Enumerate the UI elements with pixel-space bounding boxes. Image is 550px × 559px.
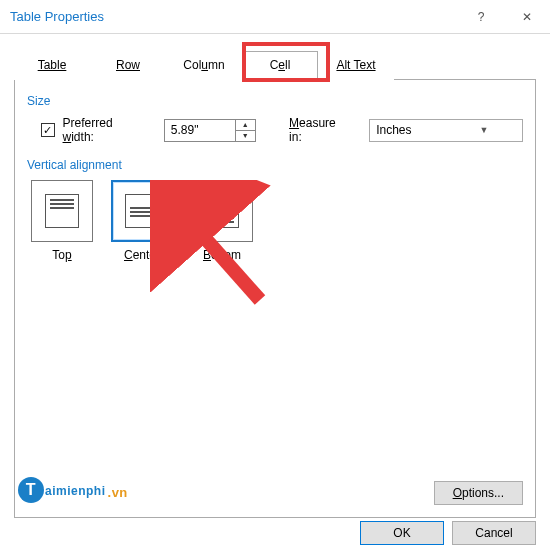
tab-column[interactable]: Column [166,51,242,80]
spinner-up-icon[interactable]: ▲ [236,120,255,131]
valign-center-label: Center [111,248,173,262]
tab-strip: Table Row Column Cell Alt Text [14,50,536,80]
ok-button[interactable]: OK [360,521,444,545]
spinner-down-icon[interactable]: ▼ [236,131,255,141]
valign-bottom[interactable]: Bottom [191,180,253,262]
measure-in-value: Inches [370,123,446,137]
help-button[interactable]: ? [458,0,504,34]
tab-table-label: Table [38,58,67,72]
watermark: Taimienphi.vn [18,477,128,503]
preferred-width-spinner[interactable]: ▲ ▼ [164,119,256,142]
tab-cell[interactable]: Cell [242,51,318,80]
titlebar: Table Properties ? ✕ [0,0,550,34]
tab-cell-label: Cell [270,58,291,72]
tab-pane-cell: Size ✓ Preferred width: ▲ ▼ Measure in: … [14,80,536,518]
spinner-arrows[interactable]: ▲ ▼ [235,120,255,141]
preferred-width-input[interactable] [165,120,235,141]
valign-top-icon [45,194,79,228]
tab-row[interactable]: Row [90,51,166,80]
watermark-logo-icon: T [18,477,44,503]
preferred-width-label: Preferred width: [63,116,144,144]
tab-column-label: Column [183,58,224,72]
cancel-button[interactable]: Cancel [452,521,536,545]
tab-table[interactable]: Table [14,51,90,80]
measure-in-label: Measure in: [289,116,349,144]
valign-bottom-icon [205,194,239,228]
valign-top-label: Top [31,248,93,262]
measure-in-combo[interactable]: Inches ▼ [369,119,523,142]
tab-row-label: Row [116,58,140,72]
watermark-text: aimienphi [45,484,106,498]
preferred-width-row: ✓ Preferred width: ▲ ▼ Measure in: Inche… [41,116,523,144]
close-button[interactable]: ✕ [504,0,550,34]
dialog-footer: OK Cancel [14,521,536,545]
watermark-suffix: .vn [108,485,128,500]
chevron-down-icon: ▼ [446,125,522,135]
preferred-width-checkbox[interactable]: ✓ [41,123,55,137]
tab-alttext-label: Alt Text [336,58,375,72]
valign-center[interactable]: Center [111,180,173,262]
size-section-label: Size [27,94,523,108]
tab-alttext[interactable]: Alt Text [318,51,394,80]
options-button[interactable]: Options... [434,481,523,505]
valign-section-label: Vertical alignment [27,158,523,172]
dialog-content: Table Row Column Cell Alt Text Size ✓ Pr… [0,34,550,532]
valign-bottom-label: Bottom [191,248,253,262]
valign-center-icon [125,194,159,228]
valign-row: Top Center Bottom [31,180,523,262]
valign-top[interactable]: Top [31,180,93,262]
window-title: Table Properties [10,9,458,24]
